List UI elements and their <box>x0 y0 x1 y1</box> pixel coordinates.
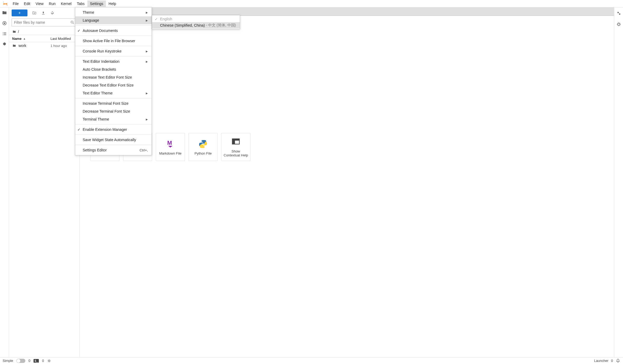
menu-settings[interactable]: Settings <box>87 1 106 7</box>
settings-item[interactable]: ✓Enable Extension Manager <box>75 126 152 133</box>
menu-run[interactable]: Run <box>46 1 58 7</box>
check-icon: ✓ <box>155 17 158 21</box>
menu-item-label: Console Run Keystroke <box>83 49 121 53</box>
settings-item[interactable]: Decrease Text Editor Font Size <box>75 81 152 89</box>
settings-item[interactable]: Decrease Terminal Font Size <box>75 107 152 115</box>
launcher-card[interactable]: Python File <box>189 133 218 161</box>
card-icon <box>231 137 241 147</box>
toc-icon[interactable] <box>2 31 7 36</box>
refresh-icon[interactable] <box>50 11 54 15</box>
simple-mode-label: Simple <box>3 359 13 363</box>
menu-file[interactable]: File <box>10 1 21 7</box>
menu-item-label: Decrease Terminal Font Size <box>83 109 130 113</box>
folder-icon <box>12 30 16 33</box>
menu-item-label: Autosave Documents <box>83 28 118 33</box>
menu-kernel[interactable]: Kernel <box>58 1 74 7</box>
settings-menu: Theme▶Language▶✓Autosave DocumentsShow A… <box>75 7 152 155</box>
settings-item[interactable]: Console Run Keystroke▶ <box>75 47 152 55</box>
upload-icon[interactable] <box>41 11 45 15</box>
search-icon <box>70 20 74 25</box>
bell-icon[interactable] <box>616 358 620 363</box>
svg-point-4 <box>71 21 73 23</box>
settings-item[interactable]: Language▶ <box>75 16 152 24</box>
settings-item[interactable]: Increase Text Editor Font Size <box>75 73 152 81</box>
new-folder-icon[interactable] <box>32 11 36 15</box>
menu-item-label: Save Widget State Automatically <box>83 138 136 142</box>
work-area: NotebookPython 3 (ipykernel)ConsolePytho… <box>80 7 614 357</box>
launcher-card[interactable]: Show Contextual Help <box>221 133 250 161</box>
card-icon: M <box>165 139 176 149</box>
card-label: Markdown File <box>159 151 182 155</box>
settings-item[interactable]: Show Active File in File Browser <box>75 37 152 45</box>
folder-icon <box>12 44 16 47</box>
simple-mode-toggle[interactable] <box>16 359 25 363</box>
check-icon: ✓ <box>77 127 81 132</box>
svg-point-20 <box>617 12 619 13</box>
chevron-right-icon: ▶ <box>146 92 148 95</box>
menu-view[interactable]: View <box>33 1 46 7</box>
menu-item-label: Text Editor Theme <box>83 91 113 95</box>
menu-item-label: Theme <box>83 10 94 15</box>
file-name: work <box>18 44 26 48</box>
breadcrumb-root: / <box>18 30 19 34</box>
svg-point-21 <box>619 13 620 15</box>
property-inspector-icon[interactable] <box>616 11 621 16</box>
jupyter-logo-icon <box>3 1 8 6</box>
svg-rect-18 <box>232 139 240 141</box>
status-count-2: 0 <box>42 359 44 363</box>
filter-input-wrap[interactable] <box>12 18 77 26</box>
language-label: English <box>160 17 172 21</box>
status-launcher-label[interactable]: Launcher <box>594 359 608 363</box>
settings-item[interactable]: Increase Terminal Font Size <box>75 99 152 107</box>
new-launcher-button[interactable] <box>12 9 27 16</box>
status-bar: Simple 0 $_ 0 Launcher 0 <box>0 357 623 364</box>
menu-help[interactable]: Help <box>106 1 119 7</box>
debugger-icon[interactable] <box>616 22 621 27</box>
chevron-right-icon: ▶ <box>146 19 148 22</box>
svg-point-22 <box>617 23 620 25</box>
language-option[interactable]: Chinese (Simplified, China) - 中文 (简体, 中国… <box>152 22 240 28</box>
settings-item[interactable]: Text Editor Theme▶ <box>75 89 152 97</box>
menu-edit[interactable]: Edit <box>21 1 33 7</box>
svg-point-0 <box>3 2 4 2</box>
svg-point-23 <box>49 360 50 361</box>
card-label: Python File <box>194 151 212 155</box>
menu-item-label: Increase Text Editor Font Size <box>83 75 132 79</box>
svg-point-1 <box>7 5 7 6</box>
launcher-card[interactable]: MMarkdown File <box>156 133 185 161</box>
terminal-status-icon[interactable]: $_ <box>34 359 39 363</box>
settings-item[interactable]: Terminal Theme▶ <box>75 115 152 123</box>
menu-item-label: Show Active File in File Browser <box>83 39 135 43</box>
svg-rect-3 <box>4 23 5 24</box>
settings-item[interactable]: Auto Close Brackets <box>75 65 152 73</box>
extensions-icon[interactable] <box>2 42 7 47</box>
menu-item-label: Enable Extension Manager <box>83 127 127 132</box>
menu-item-label: Terminal Theme <box>83 117 109 121</box>
language-option: ✓English <box>152 16 240 22</box>
settings-item[interactable]: Text Editor Indentation▶ <box>75 58 152 65</box>
running-icon[interactable] <box>2 21 7 26</box>
tab-bar[interactable] <box>80 7 614 16</box>
launcher-section: $_Other$_TerminalText FileMMarkdown File… <box>90 121 603 161</box>
folder-icon[interactable] <box>2 10 7 15</box>
col-name-label[interactable]: Name <box>12 37 21 41</box>
file-row[interactable]: work1 hour ago <box>9 42 79 49</box>
status-count-1: 0 <box>29 359 30 363</box>
language-label: Chinese (Simplified, China) <box>160 23 205 27</box>
breadcrumb[interactable]: / <box>9 28 79 35</box>
menu-item-label: Language <box>83 18 99 22</box>
menu-item-label: Auto Close Brackets <box>83 67 116 71</box>
activity-bar-right <box>614 7 623 357</box>
status-right-count: 0 <box>611 359 613 363</box>
language-submenu: ✓EnglishChinese (Simplified, China) - 中文… <box>152 15 240 29</box>
menu-item-label: Decrease Text Editor Font Size <box>83 83 134 87</box>
settings-item[interactable]: Theme▶ <box>75 8 152 16</box>
language-native: - 中文 (简体, 中国) <box>206 23 236 28</box>
kernel-status-icon[interactable] <box>47 359 51 363</box>
menu-tabs[interactable]: Tabs <box>74 1 87 7</box>
settings-item[interactable]: ✓Autosave Documents <box>75 27 152 35</box>
filter-input[interactable] <box>14 20 70 25</box>
settings-item[interactable]: Settings EditorCtrl+, <box>75 146 152 154</box>
card-label: Show Contextual Help <box>223 149 249 157</box>
settings-item[interactable]: Save Widget State Automatically <box>75 136 152 144</box>
